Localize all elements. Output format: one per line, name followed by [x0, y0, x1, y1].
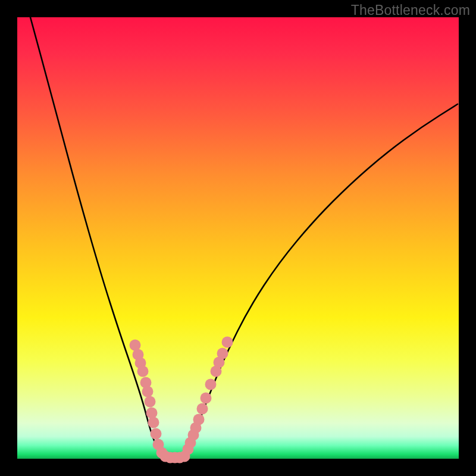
marker-dots: [130, 337, 233, 464]
marker-dot: [179, 451, 190, 462]
series-bottleneck-curve-right: [184, 104, 458, 458]
chart-frame: TheBottleneck.com: [0, 0, 476, 476]
marker-dot: [151, 428, 162, 440]
marker-dot: [146, 408, 158, 419]
marker-dot: [217, 348, 228, 359]
marker-dot: [201, 393, 212, 404]
marker-dot: [142, 386, 154, 397]
plot-area: [17, 17, 459, 459]
marker-dot: [193, 414, 205, 425]
marker-dot: [137, 366, 149, 377]
marker-dot: [148, 417, 159, 428]
marker-dot: [205, 379, 217, 390]
curve-svg: [17, 17, 459, 459]
marker-dot: [222, 337, 233, 348]
marker-dot: [197, 403, 208, 415]
watermark-text: TheBottleneck.com: [351, 2, 470, 18]
marker-dot: [145, 396, 156, 408]
curve-paths: [30, 17, 458, 458]
